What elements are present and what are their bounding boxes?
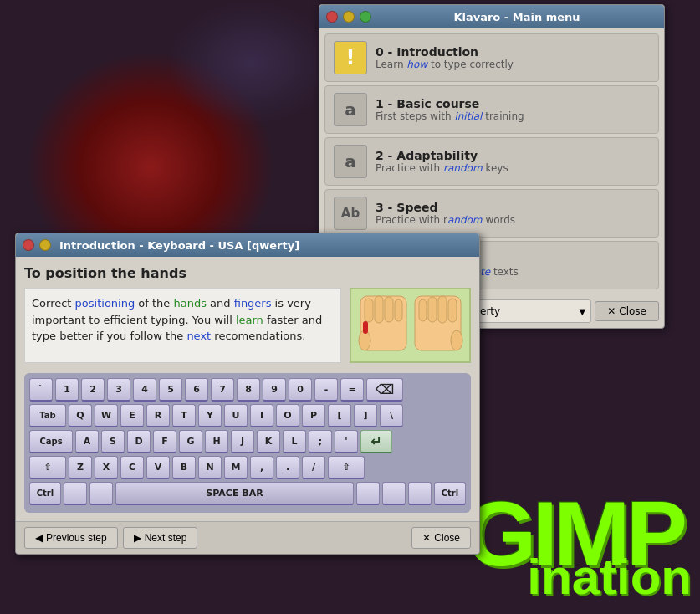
- key-y[interactable]: Y: [198, 404, 222, 427]
- key-m[interactable]: M: [224, 456, 248, 479]
- key-z[interactable]: Z: [69, 456, 92, 479]
- intro-close-button[interactable]: [23, 239, 34, 251]
- adapt-title: 2 - Adaptability: [376, 149, 650, 162]
- text-next: next: [186, 330, 211, 342]
- fluid-desc-rest: texts: [490, 266, 519, 278]
- key-l[interactable]: L: [283, 430, 306, 453]
- adapt-desc: Practice with random keys: [376, 162, 650, 174]
- key-9[interactable]: 9: [263, 378, 286, 402]
- intro-titlebar: Introduction - Keyboard - USA [qwerty]: [16, 233, 479, 257]
- key-capslock[interactable]: Caps: [29, 430, 73, 453]
- key-v[interactable]: V: [146, 456, 170, 479]
- hands-illustration: [350, 288, 471, 363]
- svg-rect-11: [448, 299, 457, 322]
- key-alt-right[interactable]: [356, 482, 380, 505]
- key-h[interactable]: H: [205, 430, 228, 453]
- keyboard-row-space: Ctrl SPACE BAR Ctrl: [29, 482, 466, 505]
- key-backspace[interactable]: ⌫: [366, 378, 403, 402]
- key-quote[interactable]: ': [335, 430, 358, 453]
- key-e[interactable]: E: [120, 404, 144, 427]
- key-backtick[interactable]: `: [29, 378, 53, 402]
- key-d[interactable]: D: [127, 430, 151, 453]
- key-comma[interactable]: ,: [250, 456, 273, 479]
- key-r[interactable]: R: [146, 404, 170, 427]
- key-0[interactable]: 0: [289, 378, 312, 402]
- key-n[interactable]: N: [198, 456, 222, 479]
- key-equals[interactable]: =: [340, 378, 364, 402]
- intro-close-btn[interactable]: ✕ Close: [411, 527, 471, 549]
- keyboard-dropdown-arrow-icon: ▼: [580, 307, 586, 316]
- key-w[interactable]: W: [95, 404, 118, 427]
- speed-desc-rest: words: [483, 214, 516, 226]
- key-6[interactable]: 6: [185, 378, 208, 402]
- key-super-left[interactable]: [64, 482, 87, 505]
- key-f[interactable]: F: [153, 430, 176, 453]
- key-5[interactable]: 5: [159, 378, 182, 402]
- speed-title: 3 - Speed: [376, 201, 650, 214]
- main-menu-close-button[interactable]: ✕ Close: [595, 301, 659, 321]
- menu-item-adapt[interactable]: a 2 - Adaptability Practice with random …: [324, 137, 659, 186]
- key-rbracket[interactable]: ]: [354, 404, 377, 427]
- svg-rect-9: [428, 297, 437, 322]
- key-a[interactable]: A: [75, 430, 99, 453]
- key-p[interactable]: P: [302, 404, 325, 427]
- key-space[interactable]: SPACE BAR: [115, 482, 354, 505]
- adapt-icon: a: [334, 145, 367, 178]
- intro-text: 0 - Introduction Learn how to type corre…: [376, 45, 650, 70]
- window-minimize-button[interactable]: [343, 11, 355, 23]
- key-period[interactable]: .: [276, 456, 299, 479]
- key-t[interactable]: T: [172, 404, 196, 427]
- intro-minimize-button[interactable]: [39, 239, 51, 251]
- window-maximize-button[interactable]: [360, 11, 371, 23]
- key-o[interactable]: O: [276, 404, 299, 427]
- key-menu[interactable]: [408, 482, 432, 505]
- text-learn: learn: [236, 314, 263, 326]
- adapt-desc-rest: keys: [483, 162, 508, 174]
- key-j[interactable]: J: [231, 430, 254, 453]
- keyboard-row-asdf: Caps A S D F G H J K L ; ' ↵: [29, 430, 466, 453]
- key-u[interactable]: U: [224, 404, 248, 427]
- key-b[interactable]: B: [172, 456, 196, 479]
- key-backslash[interactable]: \: [380, 404, 403, 427]
- intro-icon: !: [334, 41, 367, 74]
- key-k[interactable]: K: [257, 430, 280, 453]
- key-tab[interactable]: Tab: [29, 404, 66, 427]
- key-q[interactable]: Q: [69, 404, 92, 427]
- key-super-right[interactable]: [382, 482, 406, 505]
- intro-title: 0 - Introduction: [376, 45, 650, 59]
- key-ctrl-right[interactable]: Ctrl: [434, 482, 466, 505]
- key-i[interactable]: I: [250, 404, 273, 427]
- key-4[interactable]: 4: [133, 378, 156, 402]
- key-semicolon[interactable]: ;: [309, 430, 332, 453]
- key-ctrl-left[interactable]: Ctrl: [29, 482, 61, 505]
- key-enter[interactable]: ↵: [360, 430, 392, 453]
- menu-item-intro[interactable]: ! 0 - Introduction Learn how to type cor…: [324, 33, 659, 82]
- key-shift-right[interactable]: ⇧: [328, 456, 365, 479]
- svg-rect-10: [438, 296, 447, 323]
- key-x[interactable]: X: [95, 456, 118, 479]
- speed-desc: Practice with random words: [376, 214, 650, 226]
- key-minus[interactable]: -: [314, 378, 338, 402]
- key-2[interactable]: 2: [81, 378, 105, 402]
- key-slash[interactable]: /: [302, 456, 325, 479]
- menu-item-speed[interactable]: Ab 3 - Speed Practice with random words: [324, 189, 659, 238]
- adapt-text: 2 - Adaptability Practice with random ke…: [376, 149, 650, 174]
- basic-text: 1 - Basic course First steps with initia…: [376, 97, 650, 122]
- key-7[interactable]: 7: [211, 378, 234, 402]
- key-3[interactable]: 3: [107, 378, 130, 402]
- window-close-button[interactable]: [326, 11, 338, 23]
- speed-icon: Ab: [334, 197, 367, 230]
- key-c[interactable]: C: [120, 456, 144, 479]
- key-g[interactable]: G: [179, 430, 202, 453]
- key-8[interactable]: 8: [237, 378, 260, 402]
- next-step-button[interactable]: ▶ Next step: [123, 527, 198, 549]
- menu-item-basic[interactable]: a 1 - Basic course First steps with init…: [324, 85, 659, 134]
- key-alt-left[interactable]: [89, 482, 113, 505]
- key-lbracket[interactable]: [: [328, 404, 351, 427]
- close-icon: ✕: [422, 532, 431, 544]
- key-s[interactable]: S: [101, 430, 125, 453]
- key-shift-left[interactable]: ⇧: [29, 456, 66, 479]
- intro-desc: Learn how to type correctly: [376, 59, 650, 70]
- key-1[interactable]: 1: [55, 378, 79, 402]
- prev-step-button[interactable]: ◀ Previous step: [24, 527, 118, 549]
